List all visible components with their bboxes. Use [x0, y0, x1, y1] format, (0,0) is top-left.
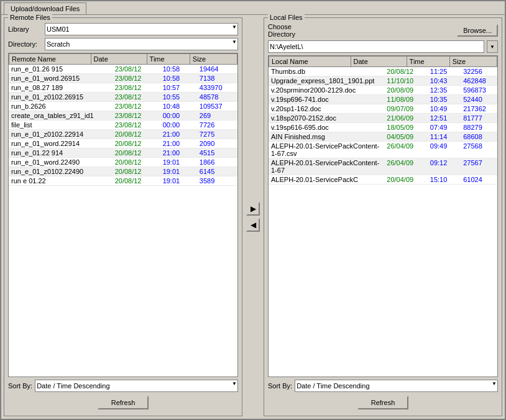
file-name: run_e_01_z0102.22490 [9, 167, 113, 176]
file-size: 52440 [461, 95, 497, 104]
file-time: 21:00 [160, 130, 197, 139]
file-time: 00:00 [160, 111, 197, 121]
file-name: v.20sp1-162.doc [269, 104, 384, 114]
table-row[interactable]: v.18sp2070-2152.doc 21/06/09 12:51 81777 [269, 114, 497, 123]
file-date: 20/04/09 [384, 175, 427, 185]
file-date: 26/04/09 [384, 142, 427, 158]
file-time: 10:48 [160, 102, 197, 111]
remote-scroll-area[interactable]: run_e_01.26 915 23/08/12 10:58 19464 run… [9, 65, 237, 377]
table-row[interactable]: v.19sp696-741.doc 11/08/09 10:35 52440 [269, 95, 497, 104]
table-row[interactable]: v.20sp1-162.doc 09/07/09 10:49 217362 [269, 104, 497, 114]
remote-col-date: Date [91, 54, 147, 65]
file-size: 81777 [461, 114, 497, 123]
file-date: 23/08/12 [113, 111, 160, 121]
local-file-table-container: Local Name Date Time Size Thumbs.db 20/0… [268, 55, 498, 377]
table-row[interactable]: ALEPH-20.01-ServicePackContent-1-67 26/0… [269, 158, 497, 175]
tab-upload-download[interactable]: Upload/download Files [4, 2, 86, 14]
local-path-input[interactable] [268, 40, 484, 53]
table-row[interactable]: ALEPH-20.01-ServicePackC 20/04/09 15:10 … [269, 175, 497, 185]
directory-label: Directory: [8, 40, 42, 48]
file-size: 217362 [461, 104, 497, 114]
file-time: 19:01 [160, 158, 197, 167]
file-name: run_e_08.27 189 [9, 83, 113, 93]
remote-file-table-container: Remote Name Date Time Size run_e_01.26 9… [8, 53, 238, 377]
table-row[interactable]: v.20sprminor2000-2129.doc 20/08/09 12:35… [269, 86, 497, 95]
remote-col-time: Time [147, 54, 190, 65]
file-name: ALEPH-20.01-ServicePackContent-1-67.csv [269, 142, 384, 158]
remote-panel-title: Remote Files [8, 14, 52, 21]
table-row[interactable]: ALEPH-20.01-ServicePackContent-1-67.csv … [269, 142, 497, 158]
file-time: 21:00 [160, 139, 197, 148]
file-date: 20/08/12 [113, 148, 160, 158]
table-row[interactable]: run_e_01_word.22914 20/08/12 21:00 2090 [9, 139, 237, 148]
table-row[interactable]: run_e_01_z0102.22490 20/08/12 19:01 6145 [9, 167, 237, 176]
table-row[interactable]: run_e_01_word.22490 20/08/12 19:01 1866 [9, 158, 237, 167]
file-name: run_e_01_z0102.22914 [9, 130, 113, 139]
file-name: v.20sprminor2000-2129.doc [269, 86, 384, 95]
file-time: 10:43 [428, 76, 461, 86]
local-sort-select[interactable]: Date / Time Descending [295, 380, 498, 392]
file-date: 26/04/09 [384, 158, 427, 175]
file-size: 27568 [461, 142, 497, 158]
file-time: 09:12 [428, 158, 461, 175]
file-size: 88279 [461, 123, 497, 132]
table-row[interactable]: run_b.2626 23/08/12 10:48 109537 [9, 102, 237, 111]
table-row[interactable]: file_list 23/08/12 00:00 7726 [9, 121, 237, 130]
file-size: 19464 [197, 65, 237, 74]
library-select[interactable]: USM01 [45, 23, 238, 35]
file-size: 7726 [197, 121, 237, 130]
file-size: 2090 [197, 139, 237, 148]
table-row[interactable]: Thumbs.db 20/08/12 11:25 32256 [269, 67, 497, 76]
browse-button[interactable]: Browse... [457, 24, 498, 37]
file-date: 20/08/12 [384, 67, 427, 76]
file-date: 23/08/12 [113, 102, 160, 111]
file-time: 19:01 [160, 176, 197, 186]
file-size: 596873 [461, 86, 497, 95]
local-sort-row: Sort By: Date / Time Descending [268, 380, 498, 392]
remote-col-name: Remote Name [9, 54, 91, 65]
file-name: Upgrade_express_1801_1901.ppt [269, 76, 384, 86]
remote-refresh-button[interactable]: Refresh [98, 396, 149, 409]
copy-right-button[interactable]: ▶ [246, 202, 260, 216]
local-col-time: Time [407, 57, 449, 67]
local-scroll-area[interactable]: Thumbs.db 20/08/12 11:25 32256 Upgrade_e… [269, 67, 497, 377]
file-size: 68608 [461, 132, 497, 142]
table-row[interactable]: Upgrade_express_1801_1901.ppt 11/10/10 1… [269, 76, 497, 86]
library-select-wrapper: USM01 [45, 23, 238, 35]
file-size: 48578 [197, 93, 237, 102]
file-time: 10:58 [160, 74, 197, 83]
remote-table-body: run_e_01.26 915 23/08/12 10:58 19464 run… [9, 65, 237, 186]
file-date: 23/08/12 [113, 93, 160, 102]
remote-sort-select[interactable]: Date / Time Descending [35, 380, 238, 392]
file-date: 20/08/12 [113, 176, 160, 186]
path-dropdown-button[interactable]: ▼ [487, 40, 498, 53]
directory-select[interactable]: Scratch [45, 38, 238, 50]
file-size: 462848 [461, 76, 497, 86]
file-size: 6145 [197, 167, 237, 176]
table-row[interactable]: create_ora_tables_z91_id1 23/08/12 00:00… [9, 111, 237, 121]
table-row[interactable]: run_e_01.22 914 20/08/12 21:00 4515 [9, 148, 237, 158]
file-size: 109537 [197, 102, 237, 111]
local-refresh-button[interactable]: Refresh [357, 396, 409, 409]
file-size: 4515 [197, 148, 237, 158]
file-name: v.19sp696-741.doc [269, 95, 384, 104]
table-row[interactable]: run e 01.22 20/08/12 19:01 3589 [9, 176, 237, 186]
transfer-arrows: ▶ ◀ [245, 17, 261, 416]
file-date: 23/08/12 [113, 121, 160, 130]
table-row[interactable]: run_e_01_word.26915 23/08/12 10:58 7138 [9, 74, 237, 83]
table-row[interactable]: v.19sp616-695.doc 18/05/09 07:49 88279 [269, 123, 497, 132]
remote-sort-select-wrapper: Date / Time Descending [35, 380, 238, 392]
file-time: 07:49 [428, 123, 461, 132]
file-time: 19:01 [160, 167, 197, 176]
table-row[interactable]: run_e_01_z0102.26915 23/08/12 10:55 4857… [9, 93, 237, 102]
file-name: run_e_01.26 915 [9, 65, 113, 74]
file-name: ALEPH-20.01-ServicePackC [269, 175, 384, 185]
copy-left-button[interactable]: ◀ [246, 218, 260, 232]
table-row[interactable]: run_e_01.26 915 23/08/12 10:58 19464 [9, 65, 237, 74]
table-row[interactable]: AIN Finished.msg 04/05/09 11:14 68608 [269, 132, 497, 142]
file-date: 21/06/09 [384, 114, 427, 123]
file-name: run_e_01_z0102.26915 [9, 93, 113, 102]
table-row[interactable]: run_e_08.27 189 23/08/12 10:57 433970 [9, 83, 237, 93]
table-row[interactable]: run_e_01_z0102.22914 20/08/12 21:00 7275 [9, 130, 237, 139]
file-time: 10:55 [160, 93, 197, 102]
